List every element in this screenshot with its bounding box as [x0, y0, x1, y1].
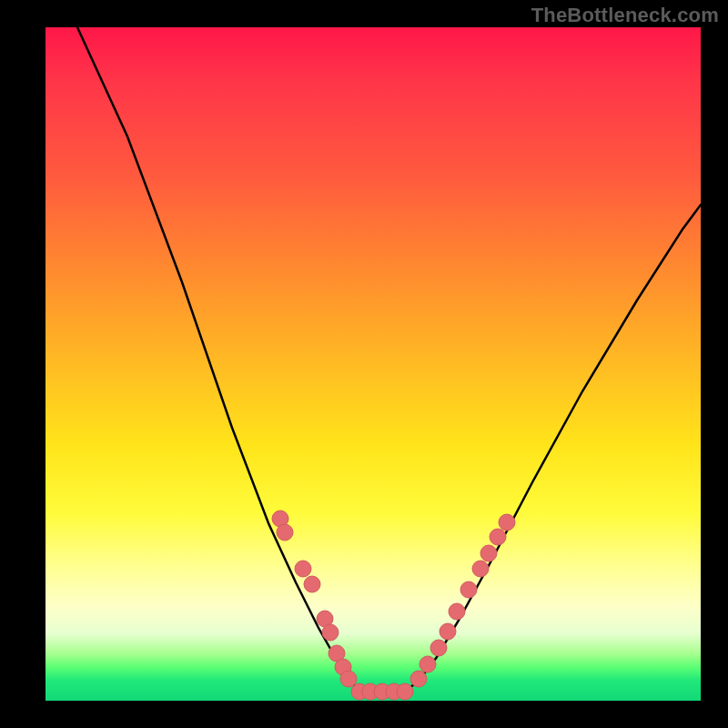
plot-area: [46, 27, 701, 701]
curve-marker: [340, 671, 357, 687]
curve-marker: [430, 640, 447, 656]
curve-marker: [397, 683, 413, 700]
chart-frame: TheBottleneck.com: [0, 0, 728, 728]
curve-marker: [472, 561, 489, 577]
curve-marker: [322, 624, 339, 641]
curve-marker: [295, 561, 311, 577]
curve-marker: [277, 524, 293, 541]
curve-marker: [304, 576, 320, 592]
bottleneck-curve-svg: [46, 27, 701, 701]
curve-marker: [480, 545, 497, 561]
curve-marker: [499, 514, 515, 531]
curve-marker: [460, 581, 477, 598]
curve-marker: [440, 623, 456, 640]
curve-marker: [449, 603, 465, 620]
curve-marker: [410, 671, 427, 687]
curve-markers: [272, 511, 515, 700]
curve-marker: [420, 656, 436, 672]
watermark-text: TheBottleneck.com: [531, 4, 719, 27]
curve-group: [77, 27, 701, 692]
curve-marker: [490, 529, 506, 545]
bottleneck-curve: [77, 27, 701, 692]
